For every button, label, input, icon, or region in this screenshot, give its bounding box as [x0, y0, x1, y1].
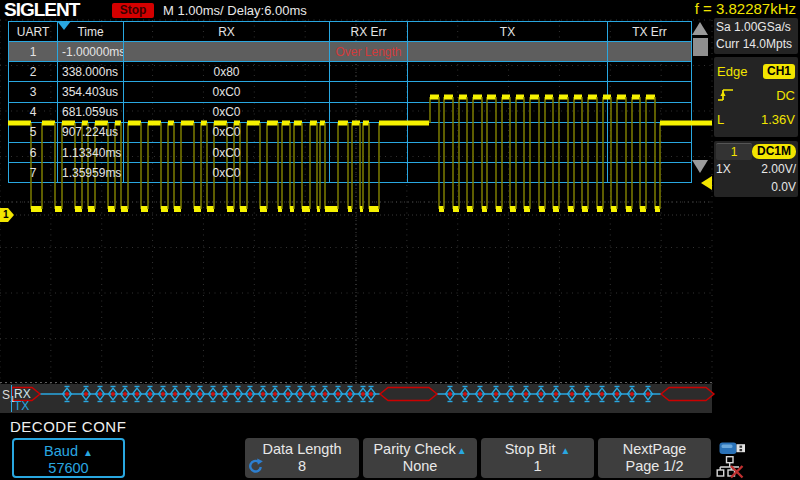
- cell-tx-err: [608, 123, 691, 142]
- table-row[interactable]: 2338.000ns0x80: [9, 62, 691, 82]
- bus-label-divider: [11, 385, 12, 412]
- channel1-panel[interactable]: 1 DC1M 1X 2.00V/ 0.0V: [714, 141, 798, 197]
- cell-rx: 0xC0: [124, 163, 330, 182]
- cell-time: 1.35959ms: [58, 163, 124, 182]
- cell-tx: [408, 143, 608, 162]
- cell-tx: [408, 42, 608, 61]
- cell-rx-err: [330, 62, 408, 81]
- cell-rx: 0xC0: [124, 123, 330, 142]
- page-title: DECODE CONF: [10, 418, 126, 435]
- trigger-position-marker[interactable]: [57, 21, 71, 30]
- channel-coupling-badge: DC1M: [752, 144, 796, 159]
- acquisition-panel: Sa 1.00GSa/s Curr 14.0Mpts: [714, 18, 798, 54]
- cell-rx-err: Over Length: [330, 42, 408, 61]
- trigger-level-label: L: [717, 112, 724, 127]
- cell-rx: 0xC0: [124, 82, 330, 101]
- lan-disconnected-icon: [716, 456, 746, 479]
- cell-time: 681.059us: [58, 103, 124, 122]
- cell-index: 2: [9, 62, 58, 81]
- trigger-source-badge: CH1: [763, 64, 795, 79]
- channel-number: 1: [716, 143, 752, 160]
- cell-time: -1.00000ms: [58, 42, 124, 61]
- usb-icon: [719, 441, 746, 456]
- table-scroll-up-icon[interactable]: [692, 22, 708, 35]
- cell-rx-err: [330, 143, 408, 162]
- cell-rx-err: [330, 163, 408, 182]
- memory-depth: Curr 14.0Mpts: [716, 36, 798, 53]
- cell-time: 907.224us: [58, 123, 124, 142]
- baud-button[interactable]: Baud▲ 57600: [12, 438, 125, 478]
- cell-tx: [408, 123, 608, 142]
- oscilloscope-screen: SIGLENT Stop M 1.00ms/ Delay:6.00ms f = …: [0, 0, 800, 480]
- trigger-level-marker[interactable]: [701, 176, 712, 190]
- up-arrow-icon: ▲: [457, 445, 467, 456]
- tx-bus-label: TX: [14, 399, 29, 413]
- up-arrow-icon: ▲: [83, 447, 93, 458]
- cell-tx-err: [608, 62, 691, 81]
- cell-index: 1: [9, 42, 58, 61]
- rising-edge-icon: [717, 87, 735, 103]
- trigger-panel[interactable]: Edge CH1 DC L 1.36V: [714, 57, 798, 137]
- channel-offset: 0.0V: [771, 180, 796, 194]
- parity-check-button[interactable]: Parity Check▲ None: [363, 438, 477, 478]
- ch1-ground-marker[interactable]: 1: [0, 208, 14, 222]
- cell-tx-err: [608, 103, 691, 122]
- cell-index: 7: [9, 163, 58, 182]
- cell-index: 6: [9, 143, 58, 162]
- cell-index: 5: [9, 123, 58, 142]
- stop-bit-button[interactable]: Stop Bit▲ 1: [481, 438, 594, 478]
- brand-logo: SIGLENT: [4, 0, 79, 21]
- channel-scale: 2.00V/: [761, 162, 796, 176]
- table-body: 1-1.00000msOver Length2338.000ns0x803354…: [9, 42, 691, 182]
- cell-index: 4: [9, 103, 58, 122]
- next-page-button[interactable]: NextPage Page 1/2: [598, 438, 711, 478]
- col-header-tx: TX: [408, 22, 608, 41]
- col-header-rx: RX: [124, 22, 330, 41]
- decode-bus-strip: [0, 384, 712, 413]
- cell-rx-err: [330, 82, 408, 101]
- cell-tx: [408, 103, 608, 122]
- cell-rx-err: [330, 103, 408, 122]
- cell-rx-err: [330, 123, 408, 142]
- cycle-arrow-icon: [247, 458, 264, 475]
- cell-rx: 0xC0: [124, 103, 330, 122]
- trigger-coupling: DC: [776, 88, 795, 103]
- cell-time: 338.000ns: [58, 62, 124, 81]
- timebase-readout: M 1.00ms/ Delay:6.00ms: [163, 3, 307, 18]
- table-row[interactable]: 5907.224us0xC0: [9, 123, 691, 143]
- cell-time: 354.403us: [58, 82, 124, 101]
- table-header-row: UART Time RX RX Err TX TX Err: [9, 22, 691, 42]
- table-row[interactable]: 4681.059us0xC0: [9, 103, 691, 123]
- table-row[interactable]: 1-1.00000msOver Length: [9, 42, 691, 62]
- cell-tx-err: [608, 143, 691, 162]
- trigger-level-value: 1.36V: [761, 112, 795, 127]
- cell-rx: 0x80: [124, 62, 330, 81]
- col-header-uart: UART: [9, 22, 58, 41]
- run-state-badge[interactable]: Stop: [112, 3, 154, 18]
- up-arrow-icon: ▲: [560, 445, 570, 456]
- probe-attenuation: 1X: [716, 162, 731, 176]
- data-length-button[interactable]: Data Length 8: [245, 438, 359, 478]
- trigger-type: Edge: [717, 64, 747, 79]
- decode-event-table: UART Time RX RX Err TX TX Err 1-1.00000m…: [8, 21, 692, 183]
- cell-rx: 0xC0: [124, 143, 330, 162]
- cell-tx-err: [608, 163, 691, 182]
- table-row[interactable]: 71.35959ms0xC0: [9, 163, 691, 182]
- frequency-counter: f = 3.82287kHz: [695, 0, 796, 17]
- table-row[interactable]: 61.13340ms0xC0: [9, 143, 691, 163]
- table-scroll-down-icon[interactable]: [692, 160, 708, 173]
- cell-tx: [408, 62, 608, 81]
- cell-time: 1.13340ms: [58, 143, 124, 162]
- cell-rx: [124, 42, 330, 61]
- cell-tx-err: [608, 82, 691, 101]
- cell-tx-err: [608, 42, 691, 61]
- table-row[interactable]: 3354.403us0xC0: [9, 82, 691, 102]
- sample-rate: Sa 1.00GSa/s: [716, 19, 798, 36]
- col-header-rx-err: RX Err: [330, 22, 408, 41]
- table-scrollbar-thumb[interactable]: [693, 38, 708, 56]
- col-header-tx-err: TX Err: [608, 22, 691, 41]
- cell-tx: [408, 163, 608, 182]
- cell-index: 3: [9, 82, 58, 101]
- cell-tx: [408, 82, 608, 101]
